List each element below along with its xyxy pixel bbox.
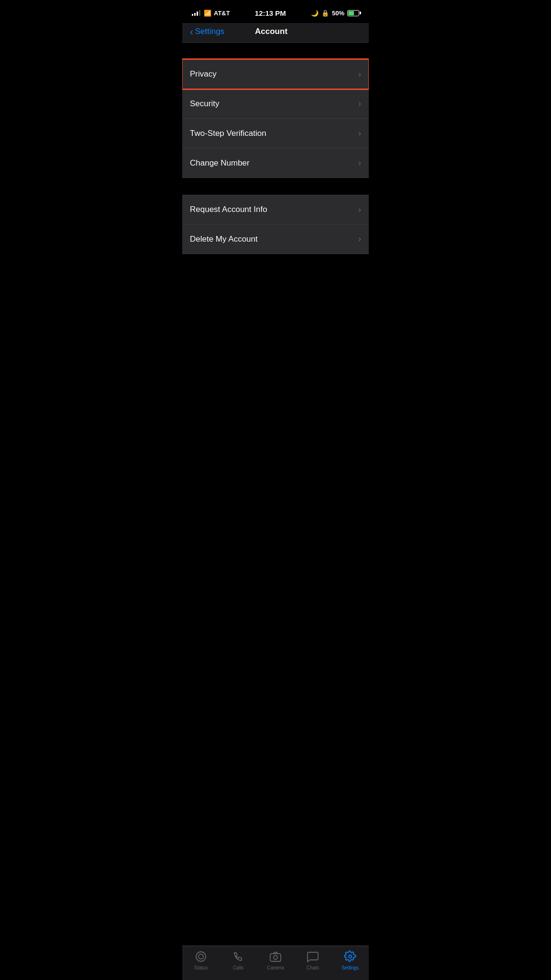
tab-bar: Status Calls Camera Chats [182, 946, 369, 980]
calls-tab-icon [231, 950, 245, 963]
chevron-right-icon: › [358, 128, 361, 138]
status-left: 📶 AT&T [192, 10, 230, 17]
screen-lock-icon: 🔒 [321, 10, 329, 17]
tab-status[interactable]: Status [187, 950, 215, 970]
camera-tab-icon [269, 950, 282, 963]
menu-item-change-number-label: Change Number [190, 158, 250, 168]
svg-point-1 [198, 954, 203, 959]
content: Privacy › Security › Two-Step Verificati… [182, 43, 369, 297]
chevron-right-icon: › [358, 205, 361, 215]
tab-chats[interactable]: Chats [298, 950, 327, 970]
tab-calls[interactable]: Calls [224, 950, 253, 970]
section-spacer-top [182, 43, 369, 59]
chevron-right-icon: › [358, 99, 361, 109]
back-button[interactable]: ‹ Settings [190, 27, 224, 36]
settings-tab-label: Settings [342, 965, 359, 970]
status-tab-icon [194, 950, 208, 963]
battery-percent: 50% [332, 10, 344, 17]
menu-section-1: Privacy › Security › Two-Step Verificati… [182, 59, 369, 178]
camera-tab-label: Camera [267, 965, 284, 970]
menu-item-change-number[interactable]: Change Number › [182, 148, 369, 178]
svg-point-0 [196, 952, 206, 961]
svg-rect-2 [270, 954, 281, 961]
menu-item-delete-account[interactable]: Delete My Account › [182, 224, 369, 254]
settings-tab-icon [343, 950, 357, 963]
tab-settings[interactable]: Settings [336, 950, 364, 970]
menu-item-two-step[interactable]: Two-Step Verification › [182, 119, 369, 148]
chevron-right-icon: › [358, 69, 361, 79]
status-time: 12:13 PM [255, 9, 286, 17]
svg-point-4 [349, 955, 352, 958]
back-label: Settings [195, 27, 224, 36]
menu-item-security-label: Security [190, 99, 219, 109]
menu-item-two-step-label: Two-Step Verification [190, 129, 266, 138]
chevron-right-icon: › [358, 234, 361, 244]
status-right: 🌙 🔒 50% [311, 10, 359, 17]
chevron-right-icon: › [358, 158, 361, 168]
battery-icon [347, 10, 359, 16]
status-bar: 📶 AT&T 12:13 PM 🌙 🔒 50% [182, 0, 369, 23]
nav-bar: ‹ Settings Account [182, 23, 369, 43]
page-title: Account [255, 27, 287, 36]
chats-tab-label: Chats [307, 965, 319, 970]
section-spacer-mid [182, 178, 369, 195]
chats-tab-icon [306, 950, 320, 963]
wifi-icon: 📶 [204, 10, 211, 17]
menu-item-privacy-label: Privacy [190, 69, 217, 79]
carrier-label: AT&T [214, 10, 230, 17]
back-chevron-icon: ‹ [190, 27, 193, 36]
menu-item-delete-account-label: Delete My Account [190, 234, 258, 244]
status-tab-label: Status [194, 965, 208, 970]
calls-tab-label: Calls [233, 965, 243, 970]
menu-item-security[interactable]: Security › [182, 89, 369, 119]
tab-camera[interactable]: Camera [261, 950, 290, 970]
menu-item-privacy[interactable]: Privacy › [182, 59, 369, 89]
moon-icon: 🌙 [311, 10, 319, 17]
signal-bars [192, 10, 200, 16]
svg-point-3 [274, 956, 277, 959]
menu-item-request-info-label: Request Account Info [190, 205, 267, 214]
menu-section-2: Request Account Info › Delete My Account… [182, 195, 369, 254]
menu-item-request-info[interactable]: Request Account Info › [182, 195, 369, 224]
